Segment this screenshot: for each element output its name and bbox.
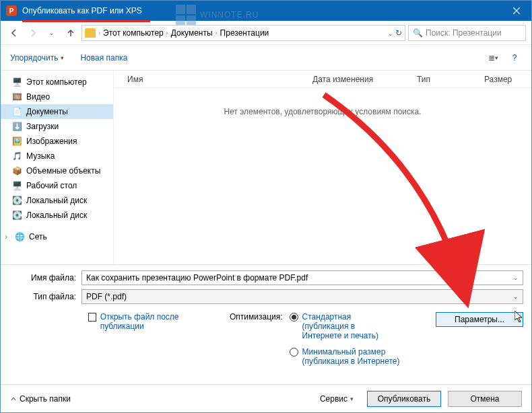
parameters-button[interactable]: Параметры... [436,312,523,327]
search-input[interactable]: 🔍 Поиск: Презентации [408,25,526,41]
sidebar-item[interactable]: 📦Объемные объекты [1,163,113,178]
hide-folders-button[interactable]: Скрыть папки [10,394,71,404]
recent-button[interactable]: ⌄ [44,25,60,41]
sidebar-item-label: Объемные объекты [26,166,100,176]
radio-minimal[interactable] [290,348,298,356]
folder-icon: ⬇️ [11,121,22,132]
folder-icon: 💽 [11,195,22,206]
column-headers: Имя Дата изменения Тип Размер [114,71,531,88]
publish-label: Опубликовать [378,394,430,404]
close-button[interactable] [501,1,531,21]
sidebar-item[interactable]: 📄Документы [1,104,113,119]
sidebar-item-label: Документы [26,107,68,116]
breadcrumb[interactable]: Документы [171,28,213,38]
folder-icon: 🖥️ [11,77,22,87]
arrow-left-icon [9,28,19,38]
chevron-down-icon: ⌄ [513,293,519,300]
sidebar-item[interactable]: 🎵Музыка [1,149,113,163]
breadcrumb[interactable]: Этот компьютер [103,28,164,38]
chevron-down-icon: ▾ [61,54,64,61]
cancel-label: Отмена [470,394,499,404]
arrow-up-icon [66,28,75,38]
sidebar-item[interactable]: 💽Локальный диск [1,208,113,223]
organize-label: Упорядочить [10,53,58,63]
chevron-up-icon [10,396,17,402]
radio-standard-label[interactable]: Стандартная (публикация в Интернете и пе… [302,312,390,340]
sidebar-item-label: Музыка [26,151,55,161]
parameters-label: Параметры... [455,315,504,324]
open-after-checkbox[interactable] [88,313,96,322]
close-icon [513,7,520,14]
sidebar-item-label: Локальный диск [26,196,87,205]
window-title: Опубликовать как PDF или XPS [22,6,501,15]
sidebar-item-label: Сеть [29,232,47,241]
publish-button[interactable]: Опубликовать [367,391,441,407]
arrow-right-icon [28,28,38,38]
folder-icon: 📦 [11,165,22,176]
breadcrumb[interactable]: Презентации [220,28,269,38]
folder-icon: 🖥️ [11,180,22,191]
optimization-label: Оптимизация: [230,312,283,366]
chevron-right-icon: › [166,30,168,36]
sidebar-item-network[interactable]: 🌐Сеть [1,229,113,244]
sidebar-item[interactable]: 🎞️Видео [1,89,113,104]
filename-label: Имя файла: [9,273,81,283]
radio-standard[interactable] [290,313,298,322]
folder-icon [85,28,96,38]
forward-button[interactable] [25,25,41,41]
search-icon: 🔍 [413,28,423,38]
filename-value: Как сохранить презентацию PowerPoint в ф… [86,273,308,283]
tools-menu[interactable]: Сервис ▾ [320,394,354,404]
sidebar-item[interactable]: ⬇️Загрузки [1,119,113,134]
refresh-button[interactable]: ⌄ ↻ [388,28,402,38]
organize-menu[interactable]: Упорядочить ▾ [10,53,64,63]
view-options-button[interactable]: ≣ ▾ [486,50,500,65]
sidebar-item-label: Этот компьютер [26,77,87,87]
sidebar-item-label: Загрузки [26,122,59,131]
folder-icon: 📄 [11,106,22,117]
chevron-right-icon: › [215,30,218,36]
sidebar-item-label: Рабочий стол [26,181,77,190]
chevron-right-icon: › [98,30,100,36]
help-button[interactable]: ? [507,50,522,65]
folder-icon: 🖼️ [11,136,22,147]
sidebar-item-label: Видео [26,92,50,102]
sidebar-item-label: Изображения [26,137,77,146]
up-button[interactable] [63,25,79,41]
filetype-select[interactable]: PDF (*.pdf)⌄ [81,289,523,304]
filetype-label: Тип файла: [9,292,81,301]
open-after-label[interactable]: Открыть файл после публикации [100,312,209,331]
empty-message: Нет элементов, удовлетворяющих условиям … [114,107,531,116]
filetype-value: PDF (*.pdf) [86,292,127,301]
cancel-button[interactable]: Отмена [448,391,522,407]
address-bar[interactable]: › Этот компьютер › Документы › Презентац… [81,25,405,41]
folder-icon: 🎵 [11,151,22,161]
hide-folders-label: Скрыть папки [20,394,71,404]
annotation-underline [22,20,150,22]
sidebar-item[interactable]: 🖼️Изображения [1,134,113,149]
filename-input[interactable]: Как сохранить презентацию PowerPoint в ф… [81,270,523,285]
search-placeholder: Поиск: Презентации [426,28,502,38]
radio-minimal-label[interactable]: Минимальный размер (публикация в Интерне… [302,347,403,366]
new-folder-button[interactable]: Новая папка [80,53,127,63]
sidebar-item[interactable]: 🖥️Этот компьютер [1,75,113,89]
tools-label: Сервис [320,394,347,404]
app-icon: P [6,5,17,16]
column-size[interactable]: Размер [471,75,518,84]
sidebar: 🖥️Этот компьютер🎞️Видео📄Документы⬇️Загру… [1,71,113,264]
folder-icon: 💽 [11,210,22,221]
column-date[interactable]: Дата изменения [299,75,403,84]
column-type[interactable]: Тип [403,75,471,84]
sidebar-item[interactable]: 🖥️Рабочий стол [1,178,113,193]
folder-icon: 🎞️ [11,91,22,102]
new-folder-label: Новая папка [80,53,127,63]
chevron-down-icon: ⌄ [513,274,519,281]
chevron-down-icon: ⌄ [49,30,55,36]
back-button[interactable] [6,25,22,41]
column-name[interactable]: Имя [114,75,299,84]
sidebar-item[interactable]: 💽Локальный диск [1,193,113,208]
network-icon: 🌐 [14,231,25,242]
sidebar-item-label: Локальный диск [26,211,87,220]
chevron-down-icon: ▾ [350,396,354,402]
